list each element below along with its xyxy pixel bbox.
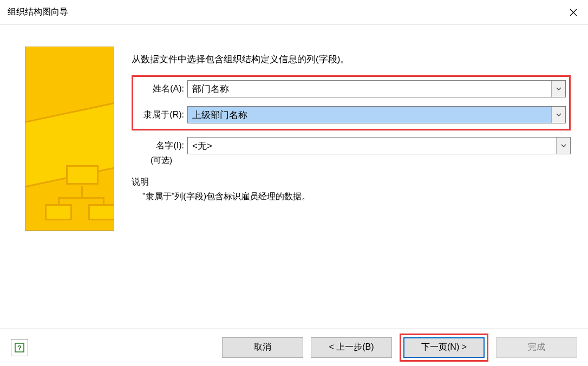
next-button[interactable]: 下一页(N) >: [403, 337, 485, 358]
highlight-box-fields: 姓名(A): 部门名称 隶属于(R): 上级部门名称: [132, 75, 571, 130]
label-name: 姓名(A):: [135, 83, 187, 95]
finish-label: 完成: [528, 342, 545, 353]
window-title: 组织结构图向导: [8, 6, 68, 18]
svg-text:?: ?: [17, 344, 22, 352]
instruction-text: 从数据文件中选择包含组织结构定义信息的列(字段)。: [132, 53, 571, 66]
back-button[interactable]: < 上一步(B): [311, 337, 392, 358]
help-button[interactable]: ?: [11, 339, 28, 356]
cancel-label: 取消: [254, 342, 271, 353]
close-button[interactable]: [559, 0, 588, 25]
next-label: 下一页(N) >: [421, 342, 467, 353]
description-text: "隶属于"列(字段)包含标识雇员经理的数据。: [142, 191, 571, 202]
row-first-name: 名字(I): <无>: [135, 137, 571, 154]
label-reports-to: 隶属于(R):: [135, 109, 187, 121]
back-label: < 上一步(B): [329, 342, 374, 353]
wizard-footer: ? 取消 < 上一步(B) 下一页(N) > 完成: [0, 328, 588, 366]
chevron-down-icon[interactable]: [551, 81, 565, 97]
help-icon: ?: [14, 342, 25, 353]
chevron-down-icon[interactable]: [556, 138, 570, 154]
row-reports-to: 隶属于(R): 上级部门名称: [135, 106, 566, 123]
chevron-down-icon[interactable]: [551, 107, 565, 123]
wizard-body: 从数据文件中选择包含组织结构定义信息的列(字段)。 姓名(A): 部门名称 隶属…: [0, 25, 588, 328]
label-first-optional: (可选): [135, 155, 187, 166]
combo-reports-value: 上级部门名称: [188, 107, 551, 123]
label-first-name: 名字(I):: [135, 140, 187, 152]
combo-first-value: <无>: [188, 138, 556, 154]
combo-name[interactable]: 部门名称: [187, 80, 566, 97]
row-name: 姓名(A): 部门名称: [135, 80, 566, 97]
titlebar: 组织结构图向导: [0, 0, 588, 25]
finish-button: 完成: [496, 337, 577, 358]
highlight-box-next: 下一页(N) >: [400, 334, 488, 362]
wizard-content: 从数据文件中选择包含组织结构定义信息的列(字段)。 姓名(A): 部门名称 隶属…: [132, 47, 571, 328]
close-icon: [570, 9, 577, 16]
combo-first-name[interactable]: <无>: [187, 137, 571, 154]
cancel-button[interactable]: 取消: [222, 337, 303, 358]
description-heading: 说明: [132, 177, 571, 188]
combo-reports-to[interactable]: 上级部门名称: [187, 106, 566, 123]
combo-name-value: 部门名称: [188, 81, 551, 97]
wizard-illustration: [25, 47, 114, 231]
